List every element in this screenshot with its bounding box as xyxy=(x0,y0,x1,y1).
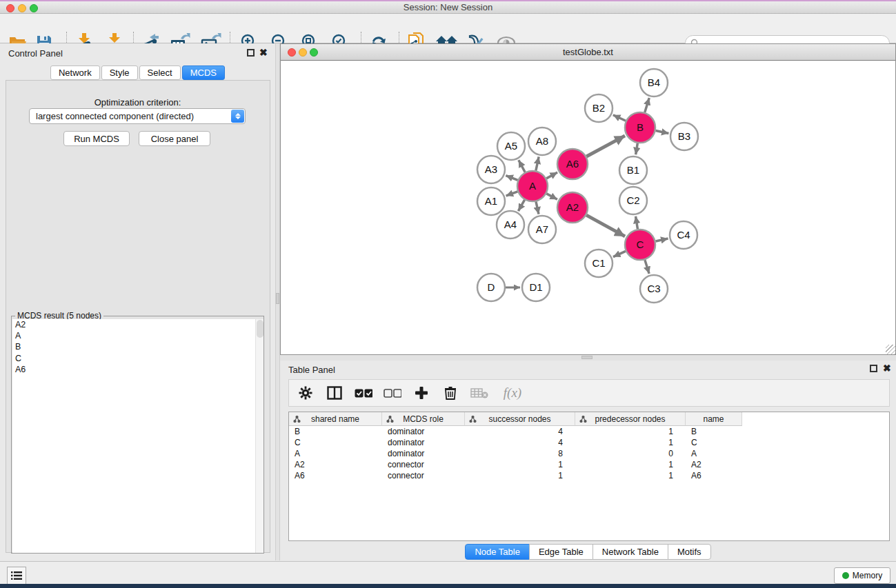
close-window-icon[interactable] xyxy=(288,48,296,57)
table-cell[interactable]: 1 xyxy=(575,437,686,448)
graph-node-A6[interactable]: A6 xyxy=(557,149,588,179)
graph-node-B1[interactable]: B1 xyxy=(619,156,647,184)
tab-style[interactable]: Style xyxy=(101,65,138,80)
column-header-name[interactable]: name xyxy=(686,412,742,426)
network-canvas[interactable]: B4B2BB3A8A5A6A3B1AC2A1A2A4A7C4CC1DD1C3 xyxy=(281,61,895,354)
table-cell[interactable]: 1 xyxy=(465,470,575,481)
graph-node-C3[interactable]: C3 xyxy=(640,275,668,303)
graph-node-B2[interactable]: B2 xyxy=(585,94,613,122)
close-panel-button[interactable]: Close panel xyxy=(139,131,210,146)
graph-edge-A-A7[interactable] xyxy=(536,201,539,214)
table-cell[interactable]: dominator xyxy=(382,448,465,459)
graph-edge-A-A4[interactable] xyxy=(518,200,524,211)
graph-edge-C-C4[interactable] xyxy=(655,239,668,241)
mcds-result-item[interactable]: A6 xyxy=(12,364,255,375)
horizontal-splitter[interactable] xyxy=(280,355,896,361)
mcds-result-item[interactable]: C xyxy=(12,353,255,364)
column-header-predecessor-nodes[interactable]: predecessor nodes xyxy=(575,412,686,426)
graph-edge-A-A5[interactable] xyxy=(519,160,525,172)
graph-node-D[interactable]: D xyxy=(477,274,505,301)
graph-node-C[interactable]: C xyxy=(625,230,655,260)
table-cell[interactable]: 4 xyxy=(465,426,575,437)
mcds-result-item[interactable]: A xyxy=(12,330,255,341)
vertical-splitter[interactable] xyxy=(275,43,280,560)
table-cell[interactable]: 1 xyxy=(575,459,686,470)
graph-edge-A6-B[interactable] xyxy=(586,136,625,156)
graph-node-A2[interactable]: A2 xyxy=(557,192,588,223)
column-header-shared-name[interactable]: shared name xyxy=(289,412,382,426)
graph-node-C1[interactable]: C1 xyxy=(585,250,613,277)
select-all-icon[interactable] xyxy=(354,384,373,402)
column-header-successor-nodes[interactable]: successor nodes xyxy=(465,412,575,426)
graph-node-A1[interactable]: A1 xyxy=(477,187,505,215)
graph-edge-A-A2[interactable] xyxy=(546,194,557,199)
run-mcds-button[interactable]: Run MCDS xyxy=(63,131,130,146)
graph-node-D1[interactable]: D1 xyxy=(522,274,550,301)
tab-edge-table[interactable]: Edge Table xyxy=(529,544,593,560)
splitter-grip[interactable] xyxy=(276,293,279,304)
float-panel-icon[interactable] xyxy=(870,364,877,374)
table-row[interactable]: A6connector11A6 xyxy=(289,470,889,481)
table-cell[interactable]: A6 xyxy=(686,470,742,481)
table-cell[interactable]: 0 xyxy=(575,448,686,459)
table-cell[interactable]: B xyxy=(289,426,382,437)
graph-node-B[interactable]: B xyxy=(625,112,655,143)
table-row[interactable]: A2connector11A2 xyxy=(289,459,889,470)
graph-node-C4[interactable]: C4 xyxy=(670,221,697,249)
table-cell[interactable]: C xyxy=(289,437,382,448)
table-cell[interactable]: 1 xyxy=(465,459,575,470)
column-header-MCDS-role[interactable]: MCDS role xyxy=(382,412,465,426)
graph-edge-A-A8[interactable] xyxy=(536,156,539,170)
table-cell[interactable]: A6 xyxy=(289,470,382,481)
close-panel-icon[interactable]: ✖ xyxy=(259,48,268,57)
table-cell[interactable]: 1 xyxy=(575,426,686,437)
close-panel-icon[interactable]: ✖ xyxy=(883,364,891,372)
graph-node-A7[interactable]: A7 xyxy=(528,216,556,243)
graph-edge-C-C3[interactable] xyxy=(645,260,649,274)
close-window-icon[interactable] xyxy=(6,4,14,12)
table-cell[interactable]: C xyxy=(686,437,742,448)
graph-edge-B-B1[interactable] xyxy=(636,143,638,155)
table-cell[interactable]: A xyxy=(289,448,382,459)
trash-icon[interactable] xyxy=(441,384,460,402)
table-cell[interactable]: A2 xyxy=(686,459,742,470)
table-cell[interactable]: 1 xyxy=(575,470,686,481)
float-panel-icon[interactable] xyxy=(247,48,255,59)
graph-node-A5[interactable]: A5 xyxy=(497,132,525,160)
tab-network-table[interactable]: Network Table xyxy=(593,544,668,560)
graph-edge-B-B4[interactable] xyxy=(645,98,649,112)
resize-grip-icon[interactable] xyxy=(886,345,895,354)
tab-motifs[interactable]: Motifs xyxy=(668,544,711,560)
graph-node-A4[interactable]: A4 xyxy=(497,211,524,239)
table-cell[interactable]: 8 xyxy=(465,448,575,459)
minimize-window-icon[interactable] xyxy=(18,4,26,12)
tab-select[interactable]: Select xyxy=(139,65,181,80)
scrollbar[interactable] xyxy=(255,319,263,553)
table-cell[interactable]: connector xyxy=(382,470,465,481)
table-row[interactable]: Bdominator41B xyxy=(289,426,889,437)
tab-node-table[interactable]: Node Table xyxy=(465,544,530,560)
mcds-result-item[interactable]: B xyxy=(12,341,255,352)
mcds-result-item[interactable]: A2 xyxy=(12,319,255,330)
tab-network[interactable]: Network xyxy=(50,65,100,80)
minimize-window-icon[interactable] xyxy=(299,48,307,57)
table-cell[interactable]: 4 xyxy=(465,437,575,448)
task-history-button[interactable] xyxy=(7,567,26,585)
graph-edge-A-A6[interactable] xyxy=(546,172,557,179)
zoom-window-icon[interactable] xyxy=(310,48,318,57)
graph-edge-B-B3[interactable] xyxy=(656,131,669,134)
table-cell[interactable]: dominator xyxy=(382,437,465,448)
columns-icon[interactable] xyxy=(325,384,344,402)
splitter-grip[interactable] xyxy=(581,356,593,359)
criterion-dropdown[interactable]: largest connected component (directed) xyxy=(29,108,246,124)
graph-node-B3[interactable]: B3 xyxy=(670,123,698,150)
deselect-all-icon[interactable] xyxy=(383,384,402,402)
table-cell[interactable]: dominator xyxy=(382,426,465,437)
graph-node-C2[interactable]: C2 xyxy=(619,187,647,214)
zoom-window-icon[interactable] xyxy=(30,4,38,12)
table-row[interactable]: Adominator80A xyxy=(289,448,889,459)
graph-edge-A-A3[interactable] xyxy=(506,176,517,181)
gear-icon[interactable] xyxy=(296,384,315,402)
graph-edge-A-A1[interactable] xyxy=(506,192,518,196)
graph-node-A3[interactable]: A3 xyxy=(477,156,505,183)
